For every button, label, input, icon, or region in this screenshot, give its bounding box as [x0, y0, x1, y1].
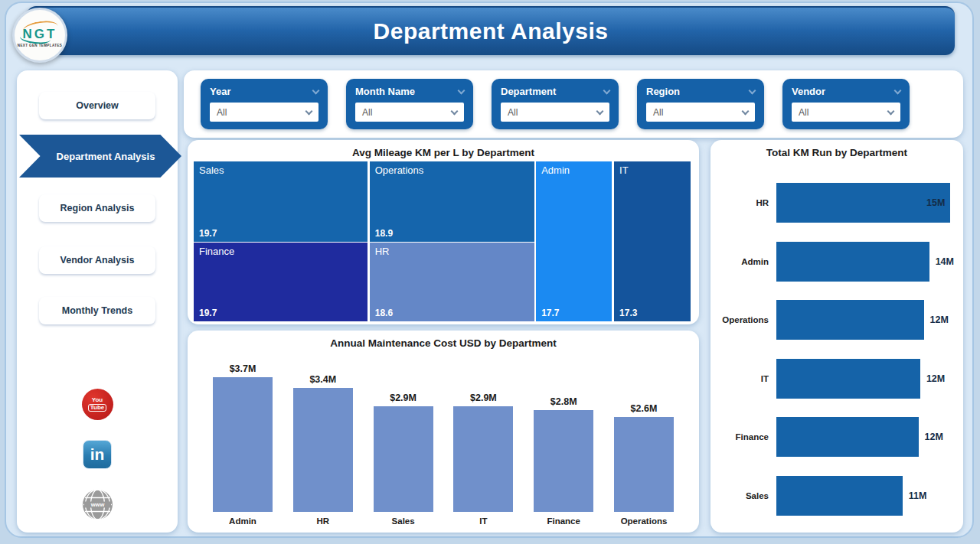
vendor-slicer: Vendor All	[782, 79, 910, 129]
column-chart-title: Annual Maintenance Cost USD by Departmen…	[188, 331, 699, 349]
chevron-down-icon[interactable]	[749, 86, 756, 94]
sidebar-nav: Overview Department Analysis Region Anal…	[17, 70, 178, 533]
bar-value-label: 12M	[930, 314, 949, 325]
youtube-icon[interactable]: You Tube	[82, 389, 113, 420]
month-slicer-dropdown[interactable]: All	[355, 103, 464, 122]
treemap-tile-admin[interactable]: Admin 17.7	[536, 161, 612, 321]
axis-category-label: Finance	[720, 432, 769, 441]
tile-value: 19.7	[199, 228, 217, 239]
bar-sales[interactable]	[374, 406, 433, 512]
bar-it[interactable]	[453, 406, 513, 512]
treemap-tile-finance[interactable]: Finance 19.7	[194, 243, 368, 321]
bar-value-label: $3.7M	[230, 363, 256, 374]
website-globe-icon[interactable]: www	[82, 489, 113, 520]
hbar-row: HR 15M	[720, 183, 954, 223]
hbar-hr[interactable]: 15M	[776, 183, 950, 223]
hbar-row: Finance 12M	[720, 417, 954, 457]
axis-category-label: HR	[720, 198, 769, 207]
region-slicer-label: Region	[646, 86, 680, 97]
linkedin-icon[interactable]: in	[83, 440, 112, 469]
chevron-down-icon[interactable]	[458, 86, 466, 94]
hbar-row: Sales 11M	[720, 476, 954, 516]
department-slicer-dropdown[interactable]: All	[501, 103, 609, 122]
sidebar-item-overview[interactable]: Overview	[39, 92, 155, 119]
bar-value-label: $2.8M	[550, 396, 577, 407]
tile-label: Admin	[541, 165, 570, 176]
column-chart-plot: $3.7M Admin $3.4M HR $2.9M Sales $2.9M I…	[212, 366, 675, 528]
sidebar-item-monthly-trends[interactable]: Monthly Trends	[39, 297, 155, 324]
bar-hr[interactable]	[293, 388, 353, 512]
region-slicer-value: All	[653, 107, 663, 118]
department-slicer: Department All	[492, 79, 619, 129]
tile-label: HR	[375, 246, 390, 257]
hbar-sales[interactable]	[776, 476, 903, 516]
bar-value-label: 12M	[925, 432, 943, 442]
hbar-row: Admin 14M	[720, 242, 954, 282]
region-slicer-dropdown[interactable]: All	[646, 103, 755, 122]
hbar-it[interactable]	[776, 359, 920, 399]
month-slicer-value: All	[362, 107, 372, 118]
hbar-row: Operations 12M	[720, 300, 954, 340]
month-slicer: Month Name All	[346, 79, 473, 129]
treemap-tile-operations[interactable]: Operations 18.9	[370, 161, 534, 242]
chevron-down-icon	[596, 107, 604, 115]
chevron-down-icon	[742, 107, 750, 115]
vendor-slicer-dropdown[interactable]: All	[792, 103, 900, 122]
column-group: $2.9M IT	[452, 393, 514, 528]
hbar-chart-title: Total KM Run by Department	[710, 140, 963, 158]
column-group: $2.9M Sales	[373, 393, 434, 528]
dashboard: Department Analysis NGT NEXT GEN TEMPLAT…	[0, 0, 980, 544]
chevron-down-icon[interactable]	[312, 86, 320, 94]
hbar-row: IT 12M	[720, 359, 954, 399]
treemap-title: Avg Mileage KM per L by Department	[188, 140, 699, 158]
header-banner: Department Analysis	[27, 6, 955, 55]
bar-admin[interactable]	[213, 377, 273, 512]
axis-category-label: Sales	[392, 516, 415, 528]
bar-value-label: $2.9M	[470, 393, 497, 403]
column-group: $3.7M Admin	[212, 363, 273, 528]
column-group: $2.6M Operations	[613, 403, 675, 528]
total-km-chart-card: Total KM Run by Department HR 15M Admin …	[710, 140, 963, 533]
bar-value-label: 11M	[909, 490, 927, 501]
treemap-tile-hr[interactable]: HR 18.6	[370, 243, 534, 321]
year-slicer: Year All	[201, 79, 328, 129]
chevron-down-icon	[305, 107, 313, 115]
month-slicer-label: Month Name	[355, 86, 415, 97]
page-title: Department Analysis	[374, 18, 609, 44]
tile-value: 17.3	[619, 308, 637, 318]
bar-operations[interactable]	[614, 417, 674, 512]
axis-category-label: Operations	[621, 516, 668, 528]
hbar-operations[interactable]	[776, 300, 924, 340]
region-slicer: Region All	[637, 79, 764, 129]
social-links: You Tube in www	[17, 389, 178, 520]
year-slicer-dropdown[interactable]: All	[210, 103, 318, 122]
tile-label: Sales	[199, 165, 224, 176]
tile-label: IT	[619, 165, 629, 176]
tile-value: 19.7	[199, 308, 217, 318]
svg-text:www: www	[90, 501, 104, 508]
bar-value-label: 12M	[926, 373, 945, 384]
sidebar-item-department-analysis-active[interactable]: Department Analysis	[19, 135, 181, 178]
sidebar-item-vendor-analysis[interactable]: Vendor Analysis	[39, 246, 155, 274]
axis-category-label: Finance	[547, 516, 580, 528]
tile-label: Finance	[199, 246, 234, 257]
vendor-slicer-label: Vendor	[792, 86, 825, 97]
axis-category-label: IT	[479, 516, 487, 528]
treemap-tile-it[interactable]: IT 17.3	[614, 161, 691, 321]
axis-category-label: Admin	[720, 257, 769, 266]
treemap-tile-sales[interactable]: Sales 19.7	[194, 161, 368, 242]
youtube-icon-text2: Tube	[88, 404, 107, 412]
sidebar-item-region-analysis[interactable]: Region Analysis	[39, 194, 155, 222]
chevron-down-icon[interactable]	[603, 86, 611, 94]
hbar-admin[interactable]	[776, 242, 929, 282]
bar-finance[interactable]	[534, 410, 593, 512]
treemap-plot: Sales 19.7 Operations 18.9 Finance 19.7 …	[194, 161, 691, 321]
nav-list: Overview Department Analysis Region Anal…	[17, 70, 178, 324]
tile-value: 17.7	[541, 308, 559, 318]
axis-category-label: IT	[720, 374, 769, 383]
youtube-icon-text: You	[92, 397, 103, 403]
chevron-down-icon[interactable]	[894, 86, 902, 94]
hbar-finance[interactable]	[776, 417, 919, 457]
hbar-chart-plot: HR 15M Admin 14M Operations 12M	[720, 174, 954, 525]
column-group: $2.8M Finance	[533, 396, 594, 528]
